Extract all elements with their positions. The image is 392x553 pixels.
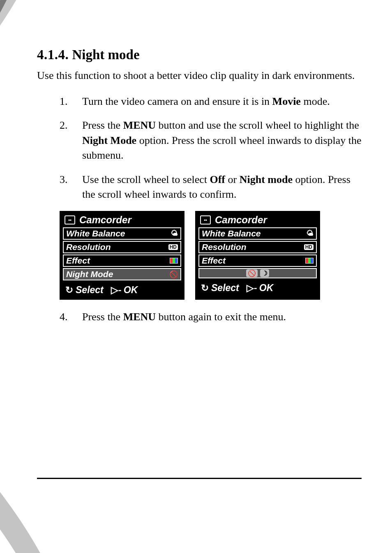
lcd-screen-left: •• Camcorder White Balance 🌤 Resolution … (60, 211, 184, 300)
palette-icon (170, 258, 178, 264)
auto-wb-icon: 🌤 (307, 229, 314, 238)
footer-rule (37, 478, 362, 479)
lcd-footer: ↻Select ▷˗OK (196, 280, 319, 297)
lcd-screenshots: •• Camcorder White Balance 🌤 Resolution … (60, 211, 362, 300)
menu-effect: Effect (63, 255, 181, 267)
step-1: 1. Turn the video camera on and ensure i… (60, 94, 362, 109)
step-number: 1. (60, 94, 82, 109)
camcorder-icon: •• (200, 215, 211, 224)
step-body: Turn the video camera on and ensure it i… (82, 94, 362, 109)
decor-arc (0, 0, 33, 218)
menu-white-balance: White Balance 🌤 (63, 227, 181, 240)
lcd-menu: White Balance 🌤 Resolution HD Effect 🚫 (196, 227, 319, 280)
step-body: Use the scroll wheel to select Off or Ni… (82, 172, 362, 202)
manual-page: 4.1.4. Night mode Use this function to s… (0, 0, 392, 553)
step-3: 3. Use the scroll wheel to select Off or… (60, 172, 362, 202)
section-title: Night mode (72, 47, 140, 62)
step-number: 4. (60, 310, 82, 324)
menu-night-mode: Night Mode 🚫 (63, 268, 181, 280)
step-body: Press the MENU button and use the scroll… (82, 118, 362, 163)
night-mode-off-option: 🚫 (246, 269, 258, 277)
intro-paragraph: Use this function to shoot a better vide… (37, 68, 362, 83)
step-number: 3. (60, 172, 82, 202)
menu-resolution: Resolution HD (63, 241, 181, 253)
select-hint: ↻Select (201, 282, 239, 294)
scroll-wheel-icon: ↻ (201, 282, 209, 294)
lcd-title: •• Camcorder (60, 212, 184, 227)
menu-resolution: Resolution HD (198, 241, 317, 253)
step-number: 2. (60, 118, 82, 163)
auto-wb-icon: 🌤 (171, 229, 178, 238)
lcd-menu: White Balance 🌤 Resolution HD Effect Nig… (60, 227, 184, 282)
step-body: Press the MENU button again to exit the … (82, 310, 362, 324)
night-mode-options: 🚫 ☽ (246, 269, 269, 277)
step-2: 2. Press the MENU button and use the scr… (60, 118, 362, 163)
section-number: 4.1.4. (37, 47, 69, 62)
palette-icon (305, 258, 314, 264)
hd-badge: HD (168, 244, 178, 250)
night-mode-submenu: 🚫 ☽ (198, 268, 317, 278)
ok-hint: ▷˗OK (247, 282, 274, 294)
hd-badge: HD (304, 244, 314, 250)
camcorder-icon: •• (65, 215, 75, 224)
scroll-wheel-icon: ↻ (65, 285, 73, 296)
night-mode-off-icon: 🚫 (169, 270, 178, 279)
decor-arc (0, 300, 103, 553)
press-wheel-icon: ▷˗ (111, 285, 121, 296)
press-wheel-icon: ▷˗ (247, 282, 257, 294)
lcd-screen-right: •• Camcorder White Balance 🌤 Resolution … (195, 211, 320, 300)
night-mode-on-option: ☽ (260, 269, 269, 277)
menu-white-balance: White Balance 🌤 (198, 227, 317, 240)
step-4: 4. Press the MENU button again to exit t… (60, 310, 362, 324)
steps-list-continued: 4. Press the MENU button again to exit t… (60, 310, 362, 324)
menu-effect: Effect (198, 255, 317, 267)
lcd-footer: ↻Select ▷˗OK (60, 282, 184, 299)
steps-list: 1. Turn the video camera on and ensure i… (60, 94, 362, 202)
page-content: 4.1.4. Night mode Use this function to s… (37, 47, 362, 334)
lcd-title: •• Camcorder (196, 212, 319, 227)
ok-hint: ▷˗OK (111, 285, 138, 296)
select-hint: ↻Select (65, 285, 104, 296)
section-heading: 4.1.4. Night mode (37, 47, 362, 62)
